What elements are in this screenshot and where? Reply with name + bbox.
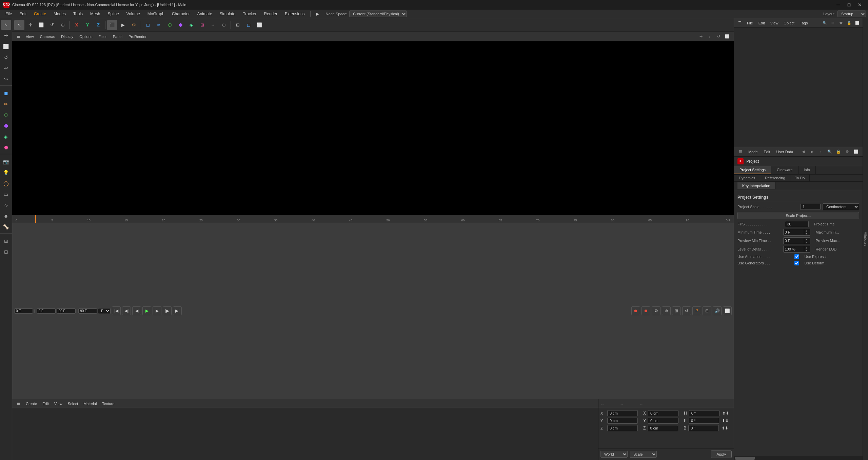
mat-create[interactable]: Create (24, 401, 39, 406)
attr-settings-icon[interactable]: ⚙ (844, 148, 851, 156)
tab-cineware[interactable]: Cineware (771, 166, 798, 174)
next-key-btn[interactable]: |▶ (163, 306, 172, 315)
floor-icon[interactable]: ▭ (1, 189, 11, 199)
attr-edit[interactable]: Edit (762, 149, 772, 155)
preview-min-input[interactable] (784, 238, 804, 243)
menu-simulate[interactable]: Simulate (216, 11, 239, 17)
menu-volume[interactable]: Volume (123, 11, 143, 17)
render-region-btn[interactable]: ⊕ (58, 20, 68, 30)
z-axis-btn[interactable]: Z (93, 20, 103, 30)
menu-create[interactable]: Create (31, 11, 50, 17)
project-scale-input[interactable] (800, 204, 821, 210)
vp-refresh-icon[interactable]: ↺ (715, 33, 722, 40)
tab-referencing[interactable]: Referencing (760, 175, 790, 181)
menu-extensions[interactable]: Extensions (281, 11, 308, 17)
vp-fullscreen-icon[interactable]: ⬜ (724, 33, 731, 40)
vp-view[interactable]: View (23, 34, 37, 39)
om-lock-icon[interactable]: 🔒 (846, 20, 852, 26)
x-pos-input[interactable] (607, 410, 638, 416)
vp-display[interactable]: Display (58, 34, 76, 39)
redo-icon[interactable]: ↪ (1, 74, 11, 84)
grid-icon[interactable]: ⊞ (1, 236, 11, 246)
layer-btn[interactable]: ⊞ (672, 306, 681, 315)
vp-down-icon[interactable]: ↓ (706, 33, 713, 40)
preview-end-input[interactable] (78, 308, 97, 314)
select-tool-icon[interactable]: ↖ (1, 20, 11, 30)
material-icon[interactable]: ◯ (1, 178, 11, 188)
lod-spinner[interactable]: ▲ ▼ (804, 246, 809, 252)
x-rot-input[interactable] (648, 410, 678, 416)
fps-input[interactable] (785, 221, 809, 227)
attr-back-icon[interactable]: ◀ (800, 148, 807, 156)
attributes-sidebar-label[interactable]: Attributes (863, 18, 868, 460)
use-generators-checkbox[interactable] (794, 261, 799, 265)
attr-lock-icon[interactable]: 🔒 (835, 148, 842, 156)
om-search-icon[interactable]: 🔍 (821, 20, 828, 26)
next-frame-btn[interactable]: ▶ (153, 306, 161, 315)
attr-user-data[interactable]: User Data (774, 149, 795, 155)
audio-btn[interactable]: 🔊 (713, 306, 722, 315)
attr-mode[interactable]: Mode (746, 149, 760, 155)
y-pos-input[interactable] (607, 418, 638, 424)
h-input[interactable] (689, 410, 719, 416)
move-btn[interactable]: ✛ (25, 20, 35, 30)
z-rot-input[interactable] (648, 425, 678, 431)
attr-forward-icon[interactable]: ▶ (808, 148, 816, 156)
attr-search-icon[interactable]: 🔍 (826, 148, 833, 156)
preview-min-spinner[interactable]: ▲ ▼ (804, 238, 809, 244)
prev-frame-btn[interactable]: ◀ (132, 306, 141, 315)
tab-key-interpolation[interactable]: Key Interpolation (737, 182, 775, 189)
tab-dynamics[interactable]: Dynamics (734, 175, 760, 181)
snap3-btn[interactable]: ◈ (186, 20, 196, 30)
pen-icon[interactable]: ✏ (1, 99, 11, 109)
menu-tools[interactable]: Tools (70, 11, 86, 17)
menu-arrow[interactable]: ▶ (313, 11, 322, 17)
fields-icon[interactable]: ◈ (1, 132, 11, 142)
spline-icon[interactable]: ∿ (1, 200, 11, 210)
camera-icon[interactable]: 📷 (1, 157, 11, 167)
rotate-tool-icon[interactable]: ↺ (1, 52, 11, 62)
fullscreen-btn[interactable]: ⬜ (254, 20, 264, 30)
attr-expand-icon[interactable]: ⬜ (852, 148, 860, 156)
persp-btn[interactable]: ◻ (243, 20, 254, 30)
om-file[interactable]: File (745, 20, 755, 26)
vp-filter[interactable]: Filter (96, 34, 109, 39)
character-icon[interactable]: ☻ (1, 211, 11, 221)
tab-info[interactable]: Info (798, 166, 816, 174)
scale-dropdown[interactable]: Scale (630, 451, 657, 458)
menu-animate[interactable]: Animate (194, 11, 216, 17)
om-expand-icon[interactable]: ⬜ (854, 20, 861, 26)
attr-scrollbar[interactable] (734, 456, 863, 460)
world-dropdown[interactable]: World (600, 451, 628, 458)
om-filter-icon[interactable]: ⊞ (829, 20, 836, 26)
key-settings-btn[interactable]: ⚙ (652, 306, 660, 315)
current-frame-input[interactable] (14, 308, 33, 314)
om-view[interactable]: View (768, 20, 781, 26)
end-frame-input[interactable] (57, 308, 76, 314)
object-mode-btn[interactable]: ⬛ (107, 20, 117, 30)
wireframe-btn[interactable]: ✏ (154, 20, 164, 30)
menu-character[interactable]: Character (169, 11, 193, 17)
om-object[interactable]: Object (782, 20, 796, 26)
vp-menu-icon[interactable]: ☰ (15, 33, 22, 40)
close-button[interactable]: ✕ (855, 0, 865, 9)
P-btn[interactable]: P (692, 306, 701, 315)
layout-select[interactable]: Startup (837, 11, 866, 17)
project-scale-unit[interactable]: Centimeters (823, 203, 859, 210)
attr-up-icon[interactable]: ↑ (817, 148, 825, 156)
x-axis-btn[interactable]: X (72, 20, 82, 30)
bone-icon[interactable]: 🦴 (1, 222, 11, 232)
z-pos-input[interactable] (607, 425, 638, 431)
auto-record-btn[interactable]: ⏺ (642, 306, 650, 315)
vp-prorender[interactable]: ProRender (126, 34, 149, 39)
rotate-btn[interactable]: ↺ (47, 20, 57, 30)
apply-button[interactable]: Apply (711, 451, 732, 458)
mat-menu-icon[interactable]: ☰ (15, 400, 22, 407)
mat-edit[interactable]: Edit (40, 401, 51, 406)
timeline-btn[interactable]: ⬜ (723, 306, 732, 315)
motion-btn[interactable]: ⊕ (662, 306, 671, 315)
prev-key-btn[interactable]: ◀| (122, 306, 131, 315)
om-tags[interactable]: Tags (798, 20, 810, 26)
preview-start-input[interactable] (37, 308, 56, 314)
menu-render[interactable]: Render (261, 11, 281, 17)
